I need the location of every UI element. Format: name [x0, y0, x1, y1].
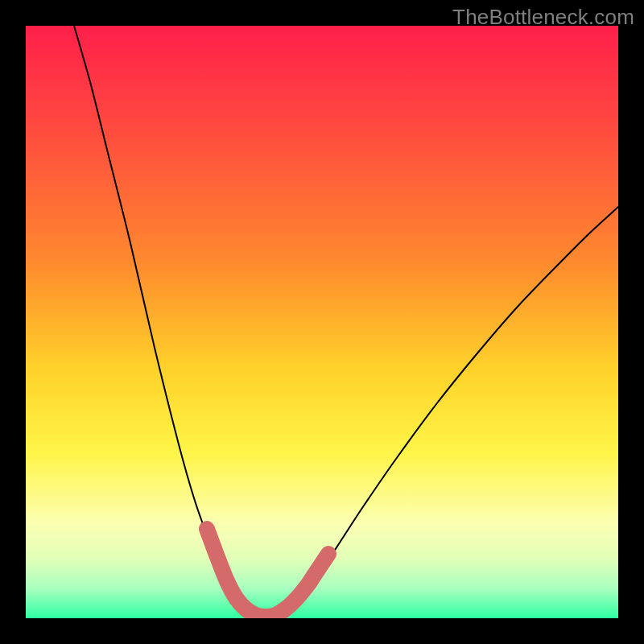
chart-frame: TheBottleneck.com	[0, 0, 644, 644]
optimal-range-marker	[207, 529, 328, 617]
plot-area	[26, 26, 618, 618]
bottleneck-curve	[74, 26, 618, 617]
chart-svg	[26, 26, 618, 618]
